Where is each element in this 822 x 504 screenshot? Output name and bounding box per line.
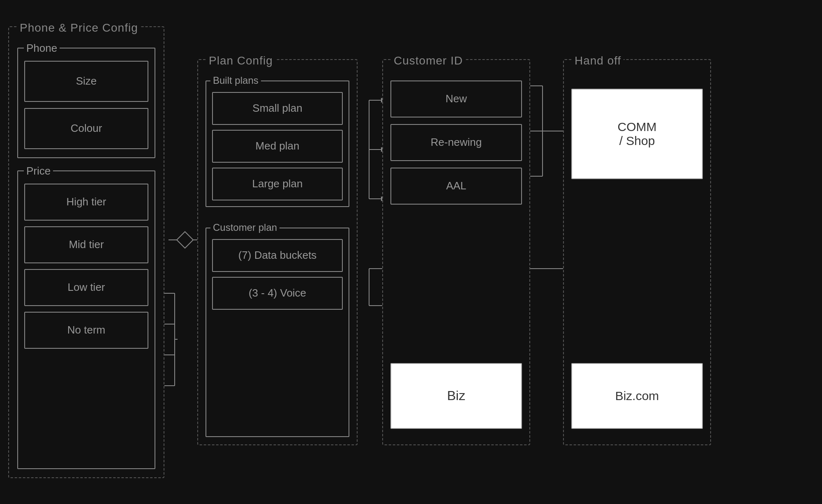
col2-panel: Plan Config Built plans Small plan Med p…	[197, 59, 358, 445]
col4-panel: Hand off COMM / Shop Biz.com	[563, 59, 711, 445]
customer-plan-panel: Customer plan (7) Data buckets (3 - 4) V…	[206, 228, 349, 437]
data-buckets-box: (7) Data buckets	[212, 239, 343, 272]
no-term-box: No term	[24, 312, 148, 349]
voice-box: (3 - 4) Voice	[212, 277, 343, 310]
col4-spacer	[571, 196, 703, 347]
diagram: Phone & Price Config Phone Size Colour P…	[8, 10, 814, 495]
col3-panel: Customer ID New Re-newing AAL Biz	[382, 59, 530, 445]
built-plans-label: Built plans	[210, 75, 261, 86]
customer-plan-label: Customer plan	[210, 222, 279, 233]
size-box: Size	[24, 61, 148, 102]
col3-title: Customer ID	[391, 54, 465, 67]
renewing-box: Re-newing	[390, 124, 522, 161]
col3-spacer	[390, 211, 522, 357]
col1-panel: Phone & Price Config Phone Size Colour P…	[8, 26, 164, 478]
comm-shop-box: COMM / Shop	[571, 89, 703, 179]
new-box: New	[390, 81, 522, 117]
bizcom-box: Biz.com	[571, 363, 703, 429]
mid-tier-box: Mid tier	[24, 226, 148, 263]
col2-title: Plan Config	[206, 54, 275, 67]
price-group-label: Price	[24, 165, 53, 177]
col1-title: Phone & Price Config	[17, 21, 141, 35]
high-tier-box: High tier	[24, 184, 148, 221]
built-plans-panel: Built plans Small plan Med plan Large pl…	[206, 81, 349, 207]
price-group: Price High tier Mid tier Low tier No ter…	[17, 170, 155, 469]
med-plan-box: Med plan	[212, 130, 343, 163]
large-plan-box: Large plan	[212, 168, 343, 200]
diamond-connector	[177, 232, 193, 248]
small-plan-box: Small plan	[212, 92, 343, 125]
aal-box: AAL	[390, 168, 522, 205]
phone-group-label: Phone	[24, 42, 60, 55]
low-tier-box: Low tier	[24, 269, 148, 306]
colour-box: Colour	[24, 108, 148, 149]
col4-title: Hand off	[572, 54, 623, 67]
phone-group: Phone Size Colour	[17, 48, 155, 158]
biz-box: Biz	[390, 363, 522, 429]
